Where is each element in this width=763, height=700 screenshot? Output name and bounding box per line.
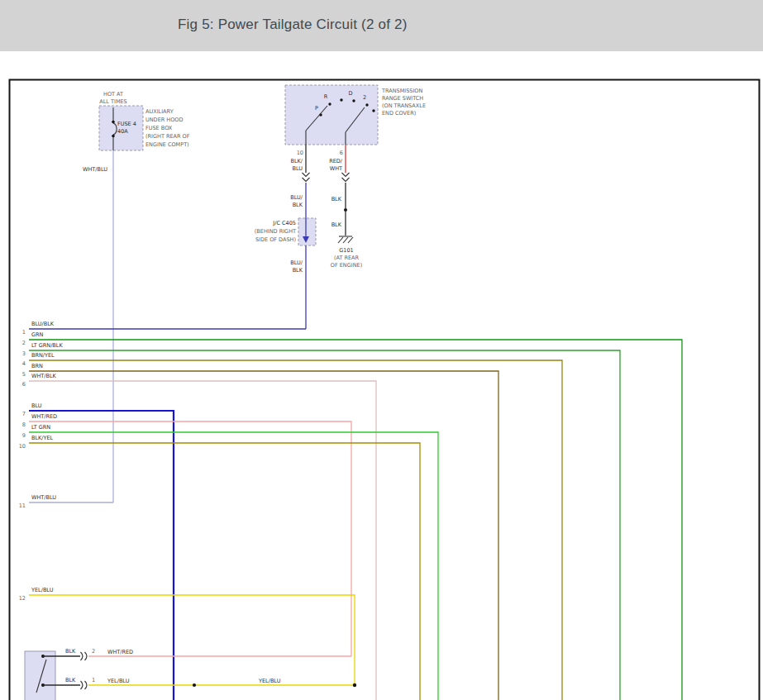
splice-dot [344,208,347,212]
hot-at-label: HOT AT [103,91,123,98]
wire-number: 8 [22,421,26,428]
fuse-box-note: UNDER HOOD [145,117,183,123]
bottom-switch: BLK BLK 2 1 [25,648,95,700]
wire-number: 6 [22,381,26,388]
inline-connector-icon [342,173,350,182]
wire-row-4: BRN/YEL 4 [22,352,562,700]
wire-label: BLU/BLK [31,321,55,327]
wire-label-wht-red: WHT/RED [107,649,133,655]
fuse-box-note: FUSE BOX [145,125,173,131]
wire-label: BRN [31,363,43,369]
pin-2-label: 2 [92,648,95,655]
contact-dot [340,98,342,101]
fuse-box: HOT AT ALL TIMES FUSE 4 40A AUXILIARY UN… [99,91,190,150]
wire-row-12: YEL/BLU 12 [19,587,355,685]
wire-brn [29,371,498,700]
pin-6-label: 6 [340,150,343,156]
wire-number: 2 [22,340,26,346]
switch-box-outline [25,651,55,700]
wire-row-8: WHT/RED 8 [22,413,351,656]
wire-number: 12 [19,595,26,602]
wire-label: WHT/BLU [31,494,56,501]
wire-label: BLU/ [290,194,303,201]
wire-label-yel-blu: YEL/BLU [258,678,281,684]
contact-dot [352,99,355,102]
trs-note: END COVER) [382,110,416,117]
wire-label: LT GRN [31,424,50,431]
transmission-range-switch: R D 2 P TRANSMISSION RANGE SWITCH (ON TR… [285,85,426,145]
wire-label: BLK [65,648,76,655]
fuse-box-note: ENGINE COMPT) [145,141,189,148]
splice-dot [193,683,196,687]
inline-connector-icon [81,652,88,689]
pin-10-label: 10 [297,150,303,156]
wire-label: YEL/BLU [31,587,54,593]
ground-note: OF ENGINE) [331,262,362,269]
position-p: P [315,105,318,112]
wire-label: BLU [292,165,303,172]
contact-dot [372,109,374,112]
hot-at-label: ALL TIMES [99,98,126,105]
wire-number: 7 [22,411,26,417]
ground-name: G101 [339,247,353,254]
position-d: D [348,90,352,97]
wire-number: 9 [22,432,26,439]
wire-number: 10 [19,443,26,450]
wire-number: 1 [22,329,26,336]
ground-note: (AT REAR [334,255,360,261]
wiring-diagram: HOT AT ALL TIMES FUSE 4 40A AUXILIARY UN… [0,0,763,700]
wire-row-2: GRN 2 [22,331,682,700]
fuse-rating: 40A [117,128,128,135]
wire-label: RED/ [329,158,343,164]
wire-blk-yel [29,443,420,700]
fuse-terminal-dot [112,121,115,124]
wire-label: BLK [65,677,76,683]
wire-label: BRN/YEL [31,352,55,359]
trs-note: TRANSMISSION [381,88,422,94]
position-2: 2 [363,94,366,101]
trs-note: RANGE SWITCH [382,95,423,102]
wire-label-yel-blu: YEL/BLU [107,678,130,684]
trs-note: (ON TRANSAXLE [382,102,426,109]
fuse-box-note: AUXILIARY [145,108,174,115]
junction-c405: J/C C405 (BEHIND RIGHT SIDE OF DASH) [255,218,316,245]
wire-label: BLK/ [290,158,303,164]
ground-icon [338,236,353,243]
wire-label: BLK [293,202,303,208]
wire-label: BLK [293,267,303,274]
wire-label: WHT/RED [31,413,57,420]
wire-label: BLK [331,221,342,228]
position-r: R [324,93,328,100]
pin-1-label: 1 [92,677,95,683]
contact-dot [328,102,331,105]
wire-label: BLU/ [290,260,303,266]
wire-wht-red [29,421,351,656]
contact-dot [365,103,368,106]
wire-lt-grn-blk [29,350,620,700]
wire-label: GRN [31,331,44,338]
wire-lt-grn [29,432,438,700]
wire-label-wht-blu: WHT/BLU [83,166,107,173]
fuse-terminal-dot [112,135,115,138]
fuse-box-note: (RIGHT REAR OF [145,133,190,140]
inline-connector-icon [303,173,310,182]
wire-label: WHT/BLK [31,373,57,379]
wire-label: BLU [31,402,42,409]
fuse-name: FUSE 4 [117,121,136,127]
jc-note: SIDE OF DASH) [255,236,296,243]
wire-label: LT GRN/BLK [31,342,63,349]
wire-row-11: WHT/BLU 11 [19,494,113,509]
wire-label: BLK [331,196,342,202]
jc-note: (BEHIND RIGHT [255,228,296,235]
wire-pin6-branch: RED/ WHT BLK BLK G101 (AT REAR OF ENGINE… [329,145,362,269]
wire-number: 5 [22,371,26,378]
wire-row-3: LT GRN/BLK 3 [22,342,620,700]
diagram-border [10,80,760,700]
wire-grn [29,340,682,700]
wire-label: WHT [330,165,342,172]
splice-dot [353,683,356,687]
wire-number: 4 [22,360,26,367]
wire-row-1: BLU/BLK 1 [22,321,306,336]
wire-number: 3 [22,350,26,357]
wire-label: BLK/YEL [31,435,54,441]
